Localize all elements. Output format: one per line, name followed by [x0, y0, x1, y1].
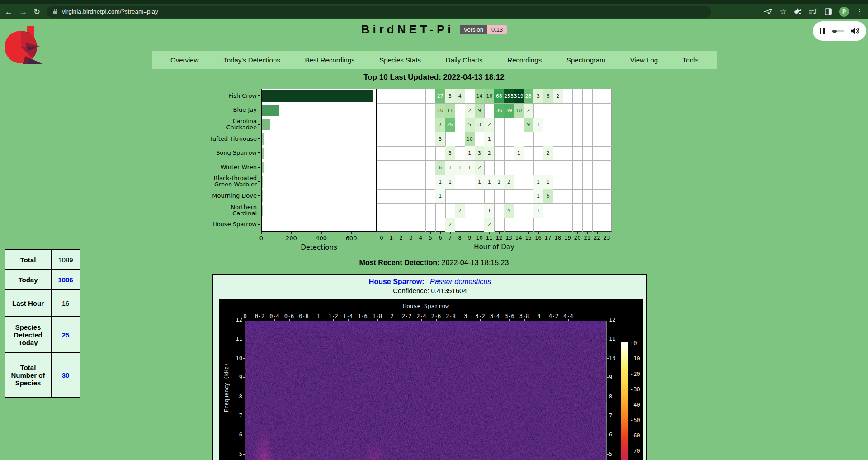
- heatmap-cell: [396, 118, 406, 132]
- heatmap-cell: [425, 204, 436, 218]
- hour-axis-tick: [597, 232, 598, 234]
- stats-table: Total1089Today1006Last Hour16Species Det…: [5, 249, 80, 398]
- heatmap-cell: [377, 132, 387, 147]
- heatmap-cell: [582, 218, 593, 232]
- heatmap-cell: 1: [484, 204, 495, 218]
- heatmap-cell: 2: [484, 118, 495, 132]
- heatmap-cell: [514, 118, 524, 132]
- hour-axis-tick-label: 15: [525, 235, 532, 241]
- heatmap-cell: [602, 146, 612, 161]
- heatmap-cell: [533, 146, 544, 161]
- heatmap-cell: [514, 132, 524, 147]
- stats-value-link[interactable]: 1006: [51, 270, 80, 289]
- bar-plot-area: [261, 89, 377, 232]
- hour-axis-tick: [538, 232, 539, 234]
- heatmap-cell: [416, 132, 426, 147]
- heatmap-cell: [425, 218, 436, 232]
- heatmap-cell: 27: [435, 89, 446, 104]
- species-label: CarolinaChickadee: [154, 117, 257, 132]
- spectrogram-time-tick-label: 2·4: [416, 313, 426, 319]
- heatmap-cell: 10: [435, 104, 446, 118]
- heatmap-cell: 253: [504, 89, 514, 104]
- hour-axis-tick: [587, 232, 588, 234]
- stats-value-link[interactable]: 30: [51, 353, 80, 397]
- heatmap-cell: [553, 218, 563, 232]
- hour-axis-tick: [577, 232, 578, 234]
- heatmap-cell: 3: [445, 146, 456, 161]
- heatmap-cell: 2: [524, 104, 534, 118]
- heatmap-cell: [425, 118, 436, 132]
- heatmap-cell: [396, 218, 406, 232]
- stats-label: Species Detected Today: [5, 317, 51, 353]
- species-label-line: Mourning Dove: [212, 193, 257, 199]
- spectrogram-freq-tick-label: 7: [232, 413, 242, 419]
- y-axis-tick: [258, 95, 260, 96]
- heatmap-cell: [377, 175, 387, 190]
- hour-axis-tick: [499, 232, 500, 234]
- detection-species-latin[interactable]: Passer domesticus: [430, 278, 491, 285]
- hour-axis-tick: [382, 232, 382, 234]
- spectrogram-time-tick: [466, 319, 466, 321]
- heatmap-cell: [602, 118, 612, 132]
- heatmap-cell: 28: [524, 89, 534, 104]
- heatmap-cell: [396, 175, 406, 190]
- heatmap-cell: [494, 132, 505, 147]
- heatmap-cell: 6: [543, 189, 553, 204]
- heatmap-cell: 2: [484, 218, 495, 232]
- hour-axis-tick-label: 18: [555, 235, 561, 241]
- heatmap-cell: [582, 89, 593, 104]
- heatmap-cell: 1: [484, 175, 495, 190]
- heatmap-cell: [494, 204, 505, 218]
- heatmap-cell: [524, 161, 534, 175]
- heatmap-cell: [455, 132, 465, 147]
- stats-value-link[interactable]: 25: [51, 317, 80, 353]
- spectrogram-time-tick-label: 4·2: [549, 313, 559, 319]
- heatmap-cell: 2: [543, 146, 553, 161]
- heatmap-cell: [602, 204, 612, 218]
- hour-axis-tick-label: 20: [574, 235, 581, 241]
- detection-species-link[interactable]: House Sparrow:: [369, 278, 425, 285]
- heatmap-cell: [455, 104, 465, 118]
- heatmap-cell: [592, 118, 603, 132]
- heatmap-cell: 2: [465, 104, 475, 118]
- hour-axis-tick: [489, 232, 490, 234]
- hour-axis-tick-label: 2: [399, 235, 402, 241]
- spectrogram-freq-tick-label-right: 6: [609, 432, 619, 438]
- spectrogram-time-tick-label: 1·2: [328, 313, 338, 319]
- hour-axis-tick: [607, 232, 607, 234]
- hour-axis-tick-label: 5: [429, 235, 432, 241]
- heatmap-cell: 1: [533, 189, 544, 204]
- hour-axis-tick: [558, 232, 558, 234]
- colorbar-db-tick-label: -20: [630, 371, 640, 377]
- heatmap-cell: [553, 104, 563, 118]
- heatmap-cell: [396, 161, 406, 175]
- spectrogram-time-tick-label: 0·2: [255, 313, 265, 319]
- heatmap-cell: [572, 146, 583, 161]
- heatmap-cell: [572, 218, 583, 232]
- heatmap-cell: 68: [494, 89, 505, 104]
- x-axis-tick-label: 200: [286, 235, 297, 242]
- spectrogram-time-tick-label: 3: [464, 313, 467, 319]
- heatmap-cell: 16: [484, 89, 495, 104]
- spectrogram-frequency-axis-label: Frequency (kHz): [223, 356, 230, 419]
- heatmap-cell: [465, 189, 475, 204]
- heatmap-cell: [406, 146, 416, 161]
- heatmap-cell: [504, 218, 514, 232]
- y-axis-tick: [258, 181, 260, 182]
- hour-axis-tick: [460, 232, 460, 234]
- heatmap-cell: [543, 104, 553, 118]
- heatmap-cell: [416, 218, 426, 232]
- spectrogram-freq-tick-label: 6: [232, 432, 242, 438]
- heatmap-cell: 3: [475, 118, 485, 132]
- heatmap-cell: [377, 89, 387, 104]
- spectrogram-time-tick-label: 1·6: [358, 313, 368, 319]
- hour-axis-tick: [401, 232, 401, 234]
- spectrogram-time-tick-label: 2: [390, 313, 393, 319]
- heatmap-cell: [475, 218, 485, 232]
- heatmap-cell: 4: [504, 204, 514, 218]
- heatmap-cell: [582, 118, 593, 132]
- hour-axis-tick-label: 11: [486, 235, 493, 241]
- heatmap-cell: [425, 104, 436, 118]
- spectrogram-freq-tick-label-right: 9: [609, 374, 619, 380]
- y-axis-tick: [258, 210, 260, 211]
